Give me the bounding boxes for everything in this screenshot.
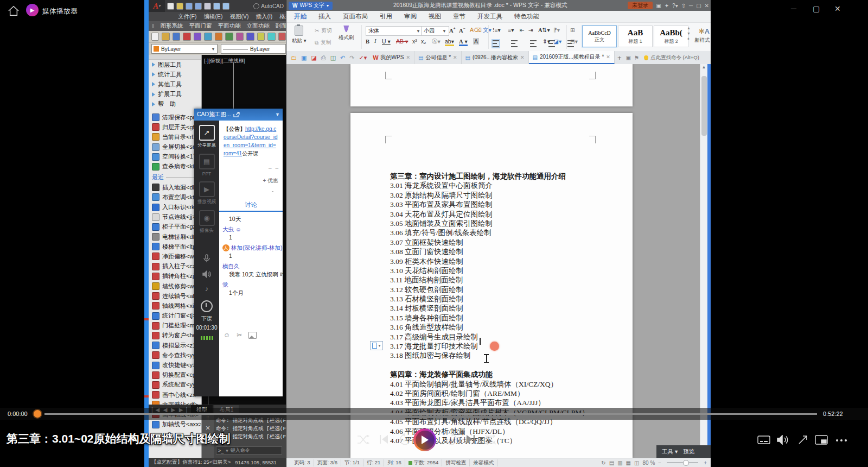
palette-tool[interactable]: 清理保存<pu>	[149, 112, 201, 122]
palette-tool[interactable]: 连续轴号<abc>	[149, 291, 201, 301]
layer-dropdown[interactable]: ByLayer▼	[151, 44, 218, 54]
document-tab[interactable]: ▤ 公司信息 * ✕	[414, 51, 462, 64]
cad-toolbar-icon[interactable]	[183, 33, 190, 41]
palette-tool[interactable]: 全屏切换<sr>	[149, 142, 201, 152]
zoom-in-button[interactable]: +	[704, 460, 707, 466]
share-icon[interactable]	[233, 112, 240, 117]
palette-tool[interactable]: 楼梯平面<ltp>	[149, 242, 201, 251]
cad-menu-item[interactable]: 编辑(E)	[203, 13, 222, 21]
expand-arrow-icon[interactable]	[152, 72, 155, 77]
increase-font-button[interactable]: A+	[449, 27, 456, 34]
wps-ribbon-tab[interactable]: 章节	[453, 12, 465, 21]
promo-link[interactable]: + 优惠	[263, 177, 278, 185]
document-line[interactable]: 3.07 立面框架快速绘制	[390, 238, 589, 247]
qq-sidebar-item[interactable]: ▤ PPT	[197, 154, 216, 176]
palette-tool[interactable]: 插入柱子<czz>	[149, 262, 201, 272]
qat-icon[interactable]	[195, 3, 202, 10]
document-area[interactable]: 第三章：室内设计施工图绘制，海龙软件功能通用介绍3.01 海龙系统设置中心面板简…	[286, 64, 711, 458]
document-tab[interactable]: ▤ (0926...播内容检索 ✕	[462, 51, 529, 64]
wps-ribbon-tabbar[interactable]: 开始插入页面布局引用审阅视图章节开发工具特色功能	[286, 11, 711, 23]
cad-toolbar-icon[interactable]	[215, 33, 222, 41]
fullscreen-icon[interactable]	[797, 434, 808, 445]
document-line[interactable]: 3.17 高级编号生成目录绘制	[390, 332, 589, 342]
cad-ribbon-tab[interactable]: 平面门窗	[189, 22, 212, 30]
style-scroll-arrows[interactable]: ▲▼⇟	[687, 26, 691, 41]
text-direction-button[interactable]: A⇅▾	[538, 27, 550, 33]
timeline-track[interactable]	[44, 413, 817, 415]
wps-app-button[interactable]: WWPS 文字▾	[289, 2, 333, 10]
qq-sidebar-item[interactable]: ▶ 播放视频	[197, 181, 216, 205]
superscript-button[interactable]: x²	[412, 38, 417, 45]
cad-toolbar-icon[interactable]	[204, 33, 212, 41]
wps-ribbon-tab[interactable]: 引用	[380, 12, 392, 21]
document-line[interactable]: 3.16 角线造型放样绘制	[390, 323, 589, 332]
cad-toolbar-icon[interactable]	[278, 33, 286, 41]
upload-icon[interactable]: ⇧	[681, 3, 686, 9]
palette-group-item[interactable]: 帮 助	[149, 99, 201, 109]
login-button[interactable]: 未登录	[628, 2, 653, 9]
autocad-logo-icon[interactable]: A▾	[149, 0, 165, 12]
numbered-list-button[interactable]: ≡▾	[508, 27, 514, 33]
chat-username[interactable]: 人横自久	[222, 262, 280, 270]
underline-button[interactable]: U ▾	[382, 38, 391, 45]
microphone-icon[interactable]	[203, 254, 210, 263]
wps-ribbon-tab[interactable]: 插入	[318, 12, 331, 21]
palette-tool[interactable]: 查杀病毒<ki>	[149, 162, 201, 172]
char-shading-button[interactable]: A	[473, 38, 479, 45]
speaker-icon[interactable]	[202, 270, 211, 278]
command-input[interactable]: >_ ▾ 键入命令	[216, 446, 282, 455]
rewind-10-button[interactable]: 10	[398, 433, 412, 446]
copy-button[interactable]: ⧉ 复制	[315, 39, 331, 46]
palette-tool[interactable]: 电梯轿厢<dtx>	[149, 232, 201, 242]
palette-tool[interactable]: 切换配置<cg>	[149, 370, 201, 380]
close-button[interactable]: ✕	[834, 4, 841, 14]
align-left-button[interactable]	[493, 40, 499, 47]
captions-icon[interactable]	[757, 436, 770, 444]
cad-ribbon-tab[interactable]: 立面功能	[247, 22, 270, 30]
qat-icon[interactable]	[176, 3, 183, 10]
cad-toolbar-icon[interactable]	[236, 33, 244, 41]
close-tab-icon[interactable]: ✕	[406, 55, 410, 60]
cad-ribbon-tab[interactable]: 平面功能	[218, 22, 241, 30]
paste-options-button[interactable]: ▾	[370, 341, 383, 350]
line-spacing-button[interactable]: ⇕▾	[542, 38, 550, 45]
style-chip[interactable]: AaBb(标题 2	[654, 26, 688, 47]
paste-button[interactable]: 粘贴 ▾	[292, 26, 306, 45]
wps-ribbon-tab[interactable]: 视图	[429, 12, 441, 21]
bullet-list-button[interactable]: ⁝≡▾	[493, 27, 501, 33]
announcement-link[interactable]: rom=41	[224, 150, 242, 156]
align-center-button[interactable]	[511, 40, 518, 47]
cad-toolbar-icon[interactable]	[246, 33, 254, 41]
document-tab[interactable]: W 我的WPS ✕	[369, 51, 414, 64]
qat-icon[interactable]	[213, 3, 220, 10]
video-frame[interactable]: A▾ AutoCAD 文件(F)编辑(E)视图(V)插入(I)格式(O) ‖ 图…	[144, 0, 711, 467]
home-icon[interactable]	[8, 5, 20, 16]
new-tab-button[interactable]: +	[617, 54, 622, 62]
document-line[interactable]: 3.12 软包硬包剖面绘制	[390, 285, 589, 294]
draw-table-icon[interactable]: ⊟▾	[570, 38, 578, 45]
italic-button[interactable]: I	[374, 38, 376, 44]
palette-tool[interactable]: 统计门窗<tj>	[149, 311, 201, 321]
announcement-link[interactable]: en_room=1&term_id=	[224, 142, 276, 148]
viewport-label[interactable]: [-][俯视][二维线框]	[204, 58, 245, 65]
document-page[interactable]: 第三章：室内设计施工图绘制，海龙软件功能通用介绍3.01 海龙系统设置中心面板简…	[350, 113, 633, 458]
palette-grip[interactable]	[149, 55, 201, 60]
palette-group-item[interactable]: 图层工具	[149, 60, 201, 70]
announcement-link[interactable]: ourseDetail?course_id	[224, 134, 278, 140]
document-line[interactable]: 3.04 天花布置及灯具定位图绘制	[390, 210, 589, 219]
cad-menu-item[interactable]: 视图(V)	[229, 13, 248, 21]
document-line[interactable]: 3.06 填充/符号/图例/线条表绘制	[390, 228, 589, 237]
close-tab-icon[interactable]: ✕	[453, 55, 457, 60]
palette-group-item[interactable]: 统计工具	[149, 70, 201, 79]
palette-tool[interactable]: 墙线修剪<wx>	[149, 281, 201, 291]
document-line[interactable]: 3.18 图纸加密与保存绘制	[390, 351, 589, 360]
palette-tool[interactable]: 柜子平面<gzz>	[149, 222, 201, 232]
expand-arrow-icon[interactable]	[152, 92, 155, 97]
cad-menu-item[interactable]: 插入(I)	[256, 13, 272, 21]
zoom-level[interactable]: 80 %	[643, 460, 655, 466]
phonetic-guide-icon[interactable]: 文▾	[483, 27, 492, 34]
palette-tool[interactable]: 布置空调<kt>	[149, 192, 201, 202]
document-line[interactable]: 4.01 平面绘制轴网/批量轴号/双线墙体（XI/CZ/XQ）	[390, 380, 589, 389]
palette-group-item[interactable]: 其他工具	[149, 79, 201, 89]
wps-minimize-button[interactable]: ─	[689, 3, 693, 9]
